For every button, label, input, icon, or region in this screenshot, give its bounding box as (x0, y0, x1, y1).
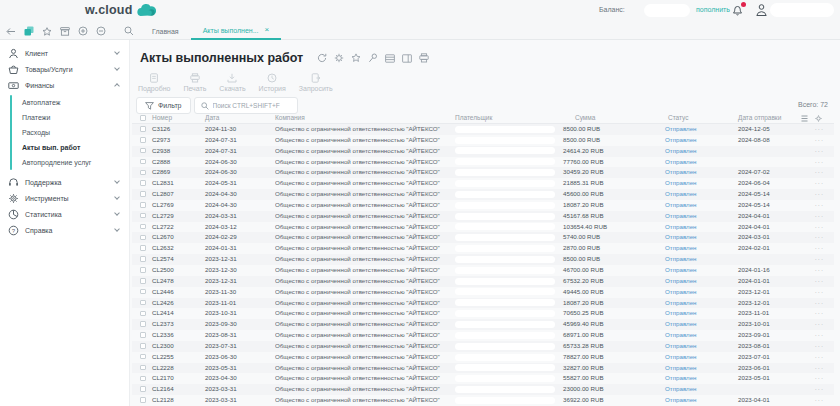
row-checkbox[interactable] (140, 180, 146, 186)
history-button[interactable]: История (259, 73, 286, 92)
row-checkbox[interactable] (140, 397, 146, 403)
table-row[interactable]: CL2831 2024-05-31 Общество с ограниченно… (132, 178, 834, 189)
sidebar-item-client[interactable]: Клиент (0, 45, 129, 61)
row-actions-icon[interactable]: ··· (815, 157, 824, 168)
sidebar-item-expenses[interactable]: Расходы (0, 125, 129, 140)
sidebar-item-acts[interactable]: Акты вып. работ (0, 140, 129, 155)
column-settings-icon[interactable] (815, 115, 822, 122)
select-all-checkbox[interactable] (140, 115, 146, 121)
row-actions-icon[interactable]: ··· (815, 178, 824, 189)
notifications-icon[interactable] (731, 3, 745, 17)
row-checkbox[interactable] (140, 278, 146, 284)
row-actions-icon[interactable]: ··· (815, 232, 824, 243)
row-actions-icon[interactable]: ··· (815, 363, 824, 374)
row-actions-icon[interactable]: ··· (815, 211, 824, 222)
table-row[interactable]: C2869 2024-06-30 Общество с ограниченной… (132, 167, 834, 178)
table-row[interactable]: CL2373 2023-09-30 Общество с ограниченно… (132, 319, 834, 330)
row-actions-icon[interactable]: ··· (815, 254, 824, 265)
sidebar-item-payments[interactable]: Платежи (0, 110, 129, 125)
cell-status-link[interactable]: Отправлен (665, 124, 697, 135)
table-row[interactable]: CL2670 2024-02-29 Общество с ограниченно… (132, 232, 834, 243)
cell-status-link[interactable]: Отправлен (665, 384, 697, 395)
cell-status-link[interactable]: Отправлен (665, 135, 697, 146)
row-checkbox[interactable] (140, 213, 146, 219)
row-checkbox[interactable] (140, 311, 146, 317)
row-checkbox[interactable] (140, 170, 146, 176)
row-actions-icon[interactable]: ··· (815, 373, 824, 384)
table-row[interactable]: CL2807 2024-04-30 Общество с ограниченно… (132, 189, 834, 200)
row-checkbox[interactable] (140, 191, 146, 197)
cell-status-link[interactable]: Отправлен (665, 298, 697, 309)
cell-status-link[interactable]: Отправлен (665, 254, 697, 265)
row-checkbox[interactable] (140, 235, 146, 241)
cell-status-link[interactable]: Отправлен (665, 157, 697, 168)
table-row[interactable]: C2938 2024-07-31 Общество с ограниченной… (132, 146, 834, 157)
table-row[interactable]: CL2170 2023-04-30 Общество с ограниченно… (132, 373, 834, 384)
row-actions-icon[interactable]: ··· (815, 189, 824, 200)
table-row[interactable]: CL2574 2023-12-31 Общество с ограниченно… (132, 254, 834, 265)
row-actions-icon[interactable]: ··· (815, 124, 824, 135)
row-actions-icon[interactable]: ··· (815, 243, 824, 254)
zoom-out-icon[interactable] (96, 26, 106, 36)
tab-acts[interactable]: Акты выполнен... × (191, 22, 282, 40)
row-checkbox[interactable] (140, 267, 146, 273)
row-checkbox[interactable] (140, 300, 146, 306)
sidebar-item-products[interactable]: Товары/Услуги (0, 61, 129, 77)
table-row[interactable]: CL2446 2023-11-30 Общество с ограниченно… (132, 287, 834, 298)
user-icon[interactable] (755, 3, 768, 17)
cell-status-link[interactable]: Отправлен (665, 200, 697, 211)
print-button[interactable]: Печать (183, 73, 206, 92)
table-row[interactable]: CL2426 2023-11-01 Общество с ограниченно… (132, 298, 834, 309)
search-icon[interactable] (124, 26, 134, 36)
back-icon[interactable] (6, 26, 16, 36)
pin-icon[interactable] (368, 53, 378, 63)
row-actions-icon[interactable]: ··· (815, 330, 824, 341)
cell-status-link[interactable]: Отправлен (665, 308, 697, 319)
table-row[interactable]: CL2128 2023-03-31 Общество с ограниченно… (132, 395, 834, 406)
cell-status-link[interactable]: Отправлен (665, 265, 697, 276)
row-checkbox[interactable] (140, 245, 146, 251)
row-checkbox[interactable] (140, 343, 146, 349)
star-icon[interactable] (351, 53, 361, 63)
search-input[interactable] (213, 102, 291, 109)
row-checkbox[interactable] (140, 365, 146, 371)
cell-status-link[interactable]: Отправлен (665, 319, 697, 330)
topup-link[interactable]: пополнить (696, 6, 730, 13)
row-actions-icon[interactable]: ··· (815, 200, 824, 211)
cell-status-link[interactable]: Отправлен (665, 341, 697, 352)
table-row[interactable]: CL2500 2023-12-30 Общество с ограниченно… (132, 265, 834, 276)
sidebar-item-autopay[interactable]: Автоплатеж (0, 95, 129, 110)
row-density-icon[interactable] (801, 115, 808, 122)
row-actions-icon[interactable]: ··· (815, 276, 824, 287)
row-actions-icon[interactable]: ··· (815, 341, 824, 352)
logo[interactable]: w.cloud (85, 3, 156, 17)
row-checkbox[interactable] (140, 321, 146, 327)
cell-status-link[interactable]: Отправлен (665, 395, 697, 406)
sidebar-item-stats[interactable]: Статистика (0, 206, 129, 222)
cell-status-link[interactable]: Отправлен (665, 352, 697, 363)
row-checkbox[interactable] (140, 386, 146, 392)
cell-status-link[interactable]: Отправлен (665, 167, 697, 178)
cell-status-link[interactable]: Отправлен (665, 178, 697, 189)
table-row[interactable]: CL2632 2024-01-31 Общество с ограниченно… (132, 243, 834, 254)
row-checkbox[interactable] (140, 224, 146, 230)
table-row[interactable]: CL2478 2023-12-31 Общество с ограниченно… (132, 276, 834, 287)
row-checkbox[interactable] (140, 376, 146, 382)
table-row[interactable]: C2973 2024-07-31 Общество с ограниченной… (132, 135, 834, 146)
row-checkbox[interactable] (140, 256, 146, 262)
cell-status-link[interactable]: Отправлен (665, 211, 697, 222)
download-button[interactable]: Скачать (219, 73, 245, 92)
table-row[interactable]: CL2414 2023-10-31 Общество с ограниченно… (132, 308, 834, 319)
table-view-icon[interactable] (385, 53, 395, 63)
row-checkbox[interactable] (140, 332, 146, 338)
table-row[interactable]: CL2769 2024-04-30 Общество с ограниченно… (132, 200, 834, 211)
row-checkbox[interactable] (140, 202, 146, 208)
row-actions-icon[interactable]: ··· (815, 308, 824, 319)
row-actions-icon[interactable]: ··· (815, 395, 824, 406)
table-row[interactable]: C2888 2024-06-30 Общество с ограниченной… (132, 157, 834, 168)
row-actions-icon[interactable]: ··· (815, 384, 824, 395)
print-icon[interactable] (419, 53, 429, 63)
tab-home[interactable]: Главная (140, 22, 191, 40)
close-icon[interactable]: × (264, 26, 269, 34)
cell-status-link[interactable]: Отправлен (665, 189, 697, 200)
